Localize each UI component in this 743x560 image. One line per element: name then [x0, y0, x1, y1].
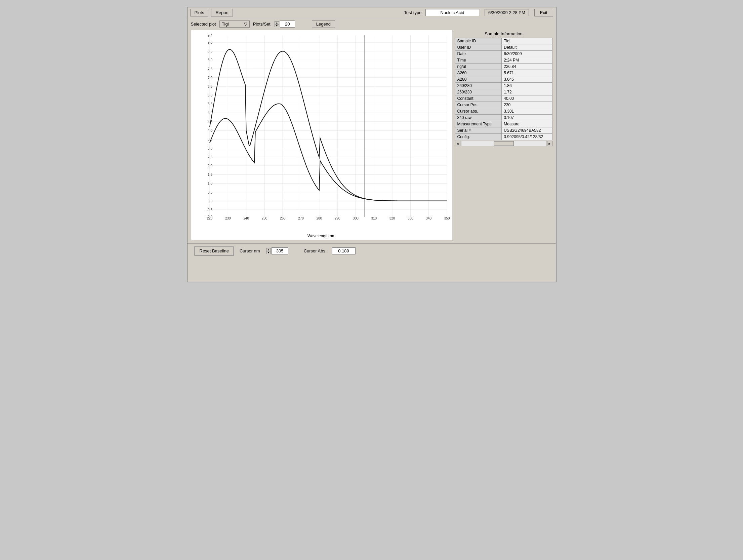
table-cell-value: 5.671	[502, 70, 552, 76]
chart-container[interactable]: 10 mm Absorbance Wavelength nm	[191, 30, 452, 240]
table-row: Date6/30/2009	[455, 51, 552, 57]
table-cell-value: Measure	[502, 121, 552, 127]
table-row: 260/2801.86	[455, 83, 552, 89]
menu-bar: Plots Report Test type: Nucleic Acid 6/3…	[188, 7, 556, 18]
plots-set-label: Plots/Set	[253, 22, 271, 27]
chevron-down-icon: ▽	[244, 22, 247, 27]
table-cell-value: 3.301	[502, 108, 552, 115]
datetime-display: 6/30/2009 2:28 PM	[485, 9, 529, 16]
table-row: User IDDefault	[455, 44, 552, 51]
table-row: Cursor Pos.230	[455, 102, 552, 108]
plots-set-value: 20	[280, 21, 295, 28]
table-row: Config.0.992095/0.42/128/32	[455, 134, 552, 140]
table-cell-value: 0.992095/0.42/128/32	[502, 134, 552, 140]
report-menu-btn[interactable]: Report	[211, 9, 233, 16]
table-cell-value: USB2G24694BA582	[502, 127, 552, 134]
cursor-abs-label: Cursor Abs.	[304, 248, 327, 253]
scroll-track[interactable]	[461, 141, 546, 146]
cursor-nm-down-icon[interactable]: ▼	[266, 251, 271, 254]
table-cell-label: Time	[455, 57, 502, 64]
cursor-nm-spinner[interactable]: ▲ ▼	[266, 248, 271, 254]
table-row: Time2:24 PM	[455, 57, 552, 64]
sample-info-panel: Sample Information Sample IDTlglUser IDD…	[455, 30, 552, 240]
table-cell-label: Date	[455, 51, 502, 57]
table-cell-value: 6/30/2009	[502, 51, 552, 57]
reset-baseline-button[interactable]: Reset Baseline	[194, 246, 234, 255]
table-row: 340 raw0.107	[455, 115, 552, 121]
table-cell-value: 3.045	[502, 76, 552, 83]
table-cell-label: Serial #	[455, 127, 502, 134]
table-cell-label: Cursor abs.	[455, 108, 502, 115]
cursor-nm-up-icon[interactable]: ▲	[266, 248, 271, 251]
cursor-nm-value[interactable]: 305	[272, 247, 288, 254]
table-cell-label: Cursor Pos.	[455, 102, 502, 108]
table-cell-label: Sample ID	[455, 38, 502, 44]
scroll-left-btn[interactable]: ◄	[455, 141, 460, 146]
table-cell-label: 340 raw	[455, 115, 502, 121]
table-cell-value: 1.72	[502, 89, 552, 95]
scroll-thumb[interactable]	[494, 141, 514, 146]
table-cell-value: 1.86	[502, 83, 552, 89]
plot-dropdown-value: Tlgl	[222, 22, 229, 27]
main-content: 10 mm Absorbance Wavelength nm Sample In…	[188, 30, 556, 243]
table-cell-label: 260/280	[455, 83, 502, 89]
test-type-label: Test type:	[404, 10, 423, 15]
table-cell-label: 260/230	[455, 89, 502, 95]
scrollbar-area: ◄ ►	[455, 141, 552, 146]
spinner-up-icon[interactable]: ▲	[275, 21, 279, 24]
table-cell-value: 0.107	[502, 115, 552, 121]
table-cell-label: Constant	[455, 95, 502, 102]
table-row: Serial #USB2G24694BA582	[455, 127, 552, 134]
exit-button[interactable]: Exit	[534, 9, 553, 16]
x-axis-label: Wavelength nm	[191, 234, 452, 240]
table-cell-value: Default	[502, 44, 552, 51]
table-cell-value: 226.84	[502, 64, 552, 70]
plots-menu-btn[interactable]: Plots	[190, 9, 209, 16]
table-cell-value: 2:24 PM	[502, 57, 552, 64]
table-row: ng/ul226.84	[455, 64, 552, 70]
table-cell-value: 230	[502, 102, 552, 108]
table-row: A2803.045	[455, 76, 552, 83]
toolbar: Selected plot Tlgl ▽ Plots/Set ▲ ▼ 20 Le…	[188, 18, 556, 30]
test-type-value: Nucleic Acid	[425, 9, 479, 16]
table-cell-label: User ID	[455, 44, 502, 51]
sample-info-table: Sample IDTlglUser IDDefaultDate6/30/2009…	[455, 38, 552, 140]
table-row: Sample IDTlgl	[455, 38, 552, 44]
chart-inner	[206, 32, 450, 220]
table-cell-label: A280	[455, 76, 502, 83]
table-cell-value: Tlgl	[502, 38, 552, 44]
table-cell-label: Measurement Type	[455, 121, 502, 127]
table-cell-label: Config.	[455, 134, 502, 140]
cursor-abs-value: 0.189	[332, 247, 356, 254]
sample-info-title: Sample Information	[455, 30, 552, 38]
table-cell-label: ng/ul	[455, 64, 502, 70]
table-row: 260/2301.72	[455, 89, 552, 95]
legend-button[interactable]: Legend	[312, 20, 335, 28]
chart-canvas[interactable]	[206, 32, 450, 220]
bottom-toolbar: Reset Baseline Cursor nm ▲ ▼ 305 Cursor …	[188, 243, 556, 258]
spinner-down-icon[interactable]: ▼	[275, 24, 279, 27]
table-cell-label: A260	[455, 70, 502, 76]
table-row: A2605.671	[455, 70, 552, 76]
selected-plot-label: Selected plot	[191, 22, 216, 27]
cursor-nm-label: Cursor nm	[240, 248, 260, 253]
scroll-right-btn[interactable]: ►	[547, 141, 552, 146]
table-row: Constant40.00	[455, 95, 552, 102]
table-cell-value: 40.00	[502, 95, 552, 102]
plots-set-spinner[interactable]: ▲ ▼	[275, 21, 279, 27]
table-row: Cursor abs.3.301	[455, 108, 552, 115]
plot-dropdown[interactable]: Tlgl ▽	[219, 21, 250, 28]
app-window: Plots Report Test type: Nucleic Acid 6/3…	[187, 7, 556, 282]
table-row: Measurement TypeMeasure	[455, 121, 552, 127]
